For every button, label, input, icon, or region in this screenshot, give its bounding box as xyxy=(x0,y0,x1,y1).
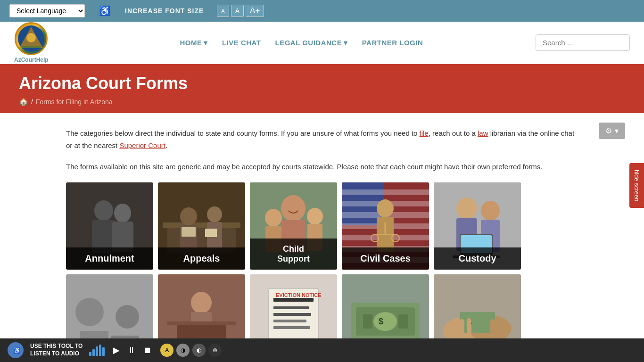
audio-bar: ♿ USE THIS TOOL TO LISTEN TO AUDIO ▶ ⏸ ⏹… xyxy=(0,338,644,362)
law-link[interactable]: law xyxy=(478,129,488,137)
cards-grid-row1: Annulment Appeals xyxy=(66,182,578,270)
intro-text-2: The forms available on this site are gen… xyxy=(66,161,578,173)
nav-links: HOME ▾ LIVE CHAT LEGAL GUIDANCE ▾ PARTNE… xyxy=(67,39,536,47)
breadcrumb-link[interactable]: Forms for Filing in Arizona xyxy=(36,98,113,106)
svg-point-52 xyxy=(75,298,104,326)
page-title: Arizona Court Forms xyxy=(19,74,625,93)
svg-point-53 xyxy=(116,305,139,329)
svg-rect-83 xyxy=(467,318,471,338)
dropdown-arrow-icon: ▾ xyxy=(615,126,619,135)
svg-point-57 xyxy=(191,292,212,313)
settings-button[interactable]: ⚙ ▾ xyxy=(599,123,625,139)
svg-rect-67 xyxy=(273,326,310,329)
font-small-button[interactable]: A xyxy=(217,5,229,17)
nav-live-chat[interactable]: LIVE CHAT xyxy=(222,39,261,47)
superior-court-link[interactable]: Superior Court xyxy=(119,141,165,149)
hide-screen-tab[interactable]: hide screen xyxy=(629,163,644,208)
svg-rect-84 xyxy=(490,319,495,337)
svg-text:EVICTION NOTICE: EVICTION NOTICE xyxy=(276,292,322,298)
svg-point-20 xyxy=(281,195,305,222)
language-select[interactable]: Select Language xyxy=(9,4,85,17)
svg-point-5 xyxy=(94,200,113,221)
svg-rect-3 xyxy=(22,46,41,48)
svg-point-2 xyxy=(26,33,36,42)
font-large-button[interactable]: A+ xyxy=(246,5,264,17)
intro-text-1: The categories below direct the individu… xyxy=(66,127,578,151)
audio-option-buttons: A ◑ ◐ ⊗ xyxy=(160,344,222,357)
font-medium-button[interactable]: A xyxy=(231,5,244,17)
svg-text:♿: ♿ xyxy=(13,346,20,354)
home-breadcrumb-icon[interactable]: 🏠 xyxy=(19,97,28,106)
page-header-banner: Arizona Court Forms 🏠 / Forms for Filing… xyxy=(0,64,644,113)
svg-rect-65 xyxy=(273,313,311,316)
svg-rect-64 xyxy=(273,306,309,309)
card-civil-cases-label: Civil Cases xyxy=(342,247,429,270)
svg-point-46 xyxy=(481,201,500,221)
svg-point-14 xyxy=(207,206,222,222)
nav-home[interactable]: HOME ▾ xyxy=(180,39,208,47)
search-input[interactable] xyxy=(536,34,630,51)
svg-rect-59 xyxy=(167,321,236,325)
card-child-support-label: ChildSupport xyxy=(250,239,337,270)
chevron-down-icon: ▾ xyxy=(204,39,208,47)
svg-text:$: $ xyxy=(379,317,383,326)
sound-wave-indicator xyxy=(89,345,105,356)
audio-stop-button[interactable]: ⏹ xyxy=(141,345,154,356)
card-annulment-label: Annulment xyxy=(66,247,153,270)
card-appeals-label: Appeals xyxy=(158,247,245,270)
svg-rect-82 xyxy=(460,319,464,338)
svg-rect-66 xyxy=(273,320,306,322)
svg-rect-73 xyxy=(363,314,372,329)
svg-point-24 xyxy=(307,208,323,225)
svg-point-36 xyxy=(377,199,394,217)
svg-point-72 xyxy=(373,312,397,331)
card-custody[interactable]: Custody xyxy=(434,182,521,270)
audio-dark-button[interactable]: ◐ xyxy=(192,344,206,357)
svg-rect-29 xyxy=(342,189,429,195)
svg-rect-81 xyxy=(453,321,457,338)
svg-point-12 xyxy=(180,207,197,225)
svg-rect-63 xyxy=(273,298,314,302)
card-appeals[interactable]: Appeals xyxy=(158,182,245,270)
svg-rect-79 xyxy=(460,312,495,333)
logo[interactable]: AzCourtHelp xyxy=(14,22,49,63)
card-custody-label: Custody xyxy=(434,247,521,270)
audio-controls: ▶ ⏸ ⏹ xyxy=(111,344,154,356)
audio-play-button[interactable]: ▶ xyxy=(111,344,122,356)
breadcrumb: 🏠 / Forms for Filing in Arizona xyxy=(19,97,625,106)
audio-contrast-button[interactable]: ◑ xyxy=(176,344,190,357)
audio-letter-a-button[interactable]: A xyxy=(160,344,173,357)
top-bar: Select Language ♿ INCREASE FONT SIZE A A… xyxy=(0,0,644,22)
breadcrumb-separator: / xyxy=(31,98,33,106)
svg-rect-85 xyxy=(496,321,501,337)
font-size-label: INCREASE FONT SIZE xyxy=(125,7,204,15)
logo-text: AzCourtHelp xyxy=(14,57,49,63)
svg-rect-11 xyxy=(163,222,240,228)
accessibility-icon: ♿ xyxy=(99,5,111,16)
svg-point-7 xyxy=(114,204,131,222)
svg-rect-16 xyxy=(182,227,196,237)
nav-bar: AzCourtHelp HOME ▾ LIVE CHAT LEGAL GUIDA… xyxy=(0,22,644,64)
card-civil-cases[interactable]: Civil Cases xyxy=(342,182,429,270)
logo-image xyxy=(15,22,48,55)
svg-rect-74 xyxy=(398,314,408,329)
nav-partner-login[interactable]: PARTNER LOGIN xyxy=(362,39,423,47)
card-annulment[interactable]: Annulment xyxy=(66,182,153,270)
svg-point-44 xyxy=(456,197,477,219)
gear-icon: ⚙ xyxy=(605,126,612,135)
nav-legal-guidance[interactable]: LEGAL GUIDANCE ▾ xyxy=(275,39,347,47)
svg-point-22 xyxy=(265,209,282,227)
svg-rect-17 xyxy=(205,229,217,237)
file-link[interactable]: file xyxy=(420,129,429,137)
audio-pause-button[interactable]: ⏸ xyxy=(125,345,138,356)
audio-bw-button[interactable]: ⊗ xyxy=(208,344,222,357)
font-size-buttons: A A A+ xyxy=(217,5,264,17)
card-child-support[interactable]: ChildSupport xyxy=(250,182,337,270)
audio-icon: ♿ xyxy=(8,342,24,358)
main-content: ⚙ ▾ The categories below direct the indi… xyxy=(0,113,644,362)
audio-text: USE THIS TOOL TO LISTEN TO AUDIO xyxy=(30,343,83,357)
chevron-down-icon-2: ▾ xyxy=(344,39,348,47)
